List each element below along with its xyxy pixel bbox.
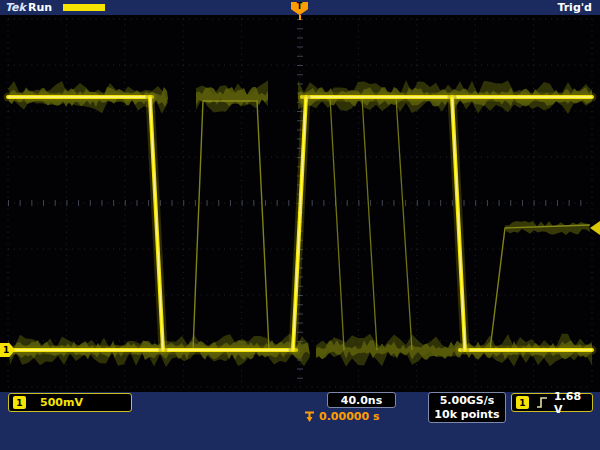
trigger-position-icon xyxy=(303,411,316,423)
graticule-display: 1 xyxy=(0,15,600,392)
trigger-position-value: 0.00000 s xyxy=(319,410,379,423)
trigger-source-icon: 1 xyxy=(516,396,529,409)
horizontal-scale-badge[interactable]: 40.0ns xyxy=(327,392,396,408)
oscilloscope-screen: Tek Run T Trig'd 1 1 500mV 40.0ns 0.0000… xyxy=(0,0,600,450)
rising-edge-icon xyxy=(536,396,548,409)
top-status-bar: Tek Run T Trig'd xyxy=(0,0,600,15)
waveform-display xyxy=(0,15,600,392)
channel1-scale: 500mV xyxy=(40,396,83,409)
trigger-level: 1.68 V xyxy=(554,390,592,416)
acquisition-status: Run xyxy=(28,1,52,14)
acquisition-badge[interactable]: 5.00GS/s 10k points xyxy=(428,392,506,423)
channel1-scale-badge[interactable]: 1 500mV xyxy=(8,393,132,412)
sample-rate: 5.00GS/s xyxy=(440,394,495,408)
trigger-position-tick xyxy=(299,15,301,20)
channel1-icon: 1 xyxy=(13,396,26,409)
trigger-status: Trig'd xyxy=(557,1,592,14)
trigger-readout-badge[interactable]: 1 1.68 V xyxy=(511,393,593,412)
horizontal-scale: 40.0ns xyxy=(341,394,383,407)
tek-logo: Tek xyxy=(5,1,26,14)
trigger-position-readout[interactable]: 0.00000 s xyxy=(303,410,379,423)
trigger-position-marker-icon[interactable]: T xyxy=(291,2,308,15)
record-length: 10k points xyxy=(434,408,499,422)
readout-bar: 1 500mV 40.0ns 0.00000 s 5.00GS/s 10k po… xyxy=(0,392,600,450)
record-view-bar xyxy=(63,4,105,11)
